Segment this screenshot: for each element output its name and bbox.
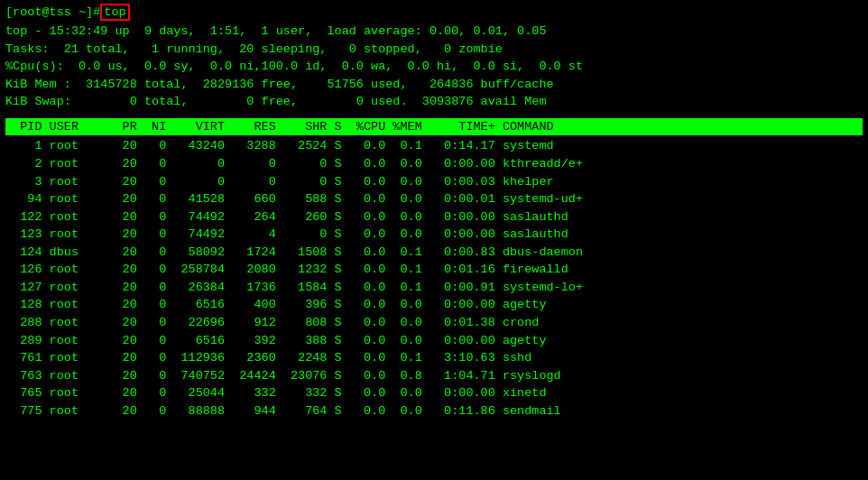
terminal: [root@tss ~]# top top - 15:32:49 up 9 da… <box>0 0 868 480</box>
table-row: 765 root 20 0 25044 332 332 S 0.0 0.0 0:… <box>5 384 863 402</box>
table-row: 1 root 20 0 43240 3288 2524 S 0.0 0.1 0:… <box>5 137 863 155</box>
header-line: Tasks: 21 total, 1 running, 20 sleeping,… <box>5 41 863 59</box>
process-table: 1 root 20 0 43240 3288 2524 S 0.0 0.1 0:… <box>5 137 863 420</box>
table-row: 289 root 20 0 6516 392 388 S 0.0 0.0 0:0… <box>5 332 863 350</box>
table-row: 775 root 20 0 88888 944 764 S 0.0 0.0 0:… <box>5 402 863 420</box>
table-row: 123 root 20 0 74492 4 0 S 0.0 0.0 0:00.0… <box>5 226 863 244</box>
table-row: 128 root 20 0 6516 400 396 S 0.0 0.0 0:0… <box>5 296 863 314</box>
table-row: 2 root 20 0 0 0 0 S 0.0 0.0 0:00.00 kthr… <box>5 155 863 173</box>
table-row: 763 root 20 0 740752 24424 23076 S 0.0 0… <box>5 367 863 385</box>
table-row: 122 root 20 0 74492 264 260 S 0.0 0.0 0:… <box>5 208 863 226</box>
table-row: 126 root 20 0 258784 2080 1232 S 0.0 0.1… <box>5 261 863 279</box>
table-row: 127 root 20 0 26384 1736 1584 S 0.0 0.1 … <box>5 279 863 297</box>
command-text: top <box>100 4 129 21</box>
table-header: PID USER PR NI VIRT RES SHR S %CPU %MEM … <box>5 118 863 136</box>
header-line: top - 15:32:49 up 9 days, 1:51, 1 user, … <box>5 23 863 41</box>
table-row: 124 dbus 20 0 58092 1724 1508 S 0.0 0.1 … <box>5 244 863 262</box>
table-row: 761 root 20 0 112936 2360 2248 S 0.0 0.1… <box>5 349 863 367</box>
prompt-text: [root@tss ~]# <box>5 5 100 19</box>
header-line: KiB Swap: 0 total, 0 free, 0 used. 30938… <box>5 93 863 111</box>
header-line: %Cpu(s): 0.0 us, 0.0 sy, 0.0 ni,100.0 id… <box>5 58 863 76</box>
prompt-line: [root@tss ~]# top <box>5 4 863 21</box>
table-row: 94 root 20 0 41528 660 588 S 0.0 0.0 0:0… <box>5 190 863 208</box>
header-line: KiB Mem : 3145728 total, 2829136 free, 5… <box>5 76 863 94</box>
table-row: 288 root 20 0 22696 912 808 S 0.0 0.0 0:… <box>5 314 863 332</box>
top-header: top - 15:32:49 up 9 days, 1:51, 1 user, … <box>5 23 863 111</box>
table-row: 3 root 20 0 0 0 0 S 0.0 0.0 0:00.03 khel… <box>5 173 863 191</box>
